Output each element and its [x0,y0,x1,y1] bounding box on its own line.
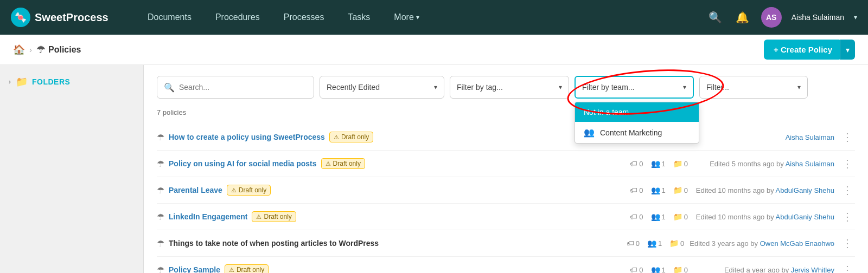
breadcrumb-current: ☂ Policies [36,44,81,56]
tags-meta: 🏷 0 [627,239,640,248]
policy-umbrella-icon: ☂ [157,238,164,249]
nav-tasks[interactable]: Tasks [336,0,382,35]
filter-tag-dropdown[interactable]: Filter by tag... ▾ [450,76,569,99]
policy-title-area: ☂ Parental Leave Draft only [157,185,624,196]
content-area: 🔍 Recently Edited ▾ Filter by tag... ▾ F… [144,65,868,273]
members-meta: 👥 1 [651,265,666,273]
edit-user-link[interactable]: AbdulGaniy Shehu [776,213,834,221]
edit-user-link[interactable]: Aisha Sulaiman [786,160,834,168]
logo-area[interactable]: 🍬 SweetProcess [11,8,119,27]
members-icon: 👥 [647,239,656,248]
filter-bar: 🔍 Recently Edited ▾ Filter by tag... ▾ F… [157,76,855,99]
policy-umbrella-icon: ☂ [157,185,164,196]
filter-team-arrow: ▾ [683,83,686,91]
folders-label[interactable]: › 📁 FOLDERS [9,76,135,88]
recently-edited-dropdown[interactable]: Recently Edited ▾ [320,76,444,99]
team-option-not-in-team[interactable]: Not in a team [575,102,699,122]
user-name[interactable]: Aisha Sulaiman [792,13,844,22]
edit-text: Edited 10 months ago by [696,213,776,221]
policy-title[interactable]: Parental Leave [169,186,222,194]
top-navigation: 🍬 SweetProcess Documents Procedures Proc… [0,0,868,35]
folders-meta: 📁 0 [673,186,688,194]
draft-badge: Draft only [252,211,296,222]
policy-title-area: ☂ Policy Sample Draft only [157,264,624,273]
policy-title[interactable]: Policy on using AI for social media post… [169,159,317,168]
notifications-icon-button[interactable]: 🔔 [734,9,751,26]
policy-title-area: ☂ Policy on using AI for social media po… [157,158,624,169]
search-icon: 🔍 [164,82,175,93]
edit-user-link[interactable]: AbdulGaniy Shehu [776,186,834,194]
search-box[interactable]: 🔍 [157,76,314,99]
edit-text: Edited 10 months ago by [696,186,776,194]
table-row: ☂ Policy Sample Draft only 🏷 0 👥 1 📁 [157,257,855,273]
tag-icon: 🏷 [627,239,634,248]
nav-documents[interactable]: Documents [136,0,203,35]
edit-user-link[interactable]: Jervis Whitley [791,266,834,274]
filter-tag-arrow: ▾ [559,83,562,91]
draft-badge: Draft only [227,185,271,196]
tag-icon: 🏷 [630,212,637,221]
folders-count: 0 [684,213,688,221]
members-meta: 👥 1 [651,159,666,168]
search-icon-button[interactable]: 🔍 [707,9,724,26]
tag-icon: 🏷 [630,159,637,168]
more-options-button[interactable]: ⋮ [840,237,855,250]
folders-icon: 📁 [673,159,682,168]
policy-title[interactable]: Policy Sample [169,265,220,273]
team-dropdown-popup: Not in a team 👥 Content Marketing [575,102,699,144]
nav-processes[interactable]: Processes [272,0,336,35]
members-meta: 👥 1 [647,239,662,248]
not-in-team-label: Not in a team [584,108,629,116]
main-layout: › 📁 FOLDERS 🔍 Recently Edited ▾ Filter b… [0,65,868,273]
create-policy-arrow-button[interactable]: ▾ [840,40,855,60]
table-row: ☂ Things to take note of when posting ar… [157,230,855,257]
more-options-button[interactable]: ⋮ [840,157,855,170]
policy-meta: 🏷 0 👥 1 📁 0 [630,159,688,168]
user-menu-chevron[interactable]: ▾ [854,14,857,21]
table-row: ☂ Policy on using AI for social media po… [157,151,855,177]
create-button-group: + Create Policy ▾ [764,40,855,60]
policy-meta: 🏷 0 👥 1 📁 0 [627,239,685,248]
policy-title[interactable]: LinkedIn Engagement [169,212,247,221]
breadcrumb: 🏠 › ☂ Policies [13,44,81,56]
members-icon: 👥 [651,186,660,194]
more-options-button[interactable]: ⋮ [840,263,855,273]
edit-user-link[interactable]: Owen McGab Enaohwo [760,239,834,248]
folders-meta: 📁 0 [673,159,688,168]
tags-meta: 🏷 0 [630,212,643,221]
policies-icon: ☂ [36,44,45,56]
recently-edited-arrow: ▾ [434,83,437,91]
edit-info: Edited 10 months ago by AbdulGaniy Shehu [693,213,834,221]
policy-title[interactable]: Things to take note of when posting arti… [169,239,379,248]
filter-last-dropdown[interactable]: Filter... ▾ [699,76,808,99]
team-icon-content-marketing: 👥 [584,127,595,138]
folders-icon: 📁 [673,212,682,221]
edit-text: Edited a year ago by [724,266,791,274]
team-option-content-marketing[interactable]: 👥 Content Marketing [575,122,699,143]
create-policy-button[interactable]: + Create Policy [764,40,842,60]
filter-team-dropdown[interactable]: Filter by team... ▾ [575,76,694,99]
more-options-button[interactable]: ⋮ [840,131,855,144]
members-meta: 👥 1 [651,212,666,221]
nav-more[interactable]: More [382,0,431,35]
folders-meta: 📁 0 [673,265,688,273]
folder-icon: 📁 [16,76,28,88]
folders-icon: 📁 [673,186,682,194]
more-options-button[interactable]: ⋮ [840,210,855,223]
search-input[interactable] [179,83,307,92]
more-options-button[interactable]: ⋮ [840,184,855,197]
policy-count: 7 policies [157,108,855,116]
brand-name: SweetProcess [35,11,108,24]
nav-right: 🔍 🔔 AS Aisha Sulaiman ▾ [707,7,857,28]
edit-user-link[interactable]: Aisha Sulaiman [786,133,834,141]
policy-title[interactable]: How to create a policy using SweetProces… [169,133,325,141]
table-row: ☂ LinkedIn Engagement Draft only 🏷 0 👥 1… [157,204,855,230]
members-icon: 👥 [651,265,660,273]
members-icon: 👥 [651,159,660,168]
members-count: 1 [658,239,662,248]
user-avatar[interactable]: AS [761,7,782,28]
tags-count: 0 [639,160,643,168]
nav-procedures[interactable]: Procedures [203,0,272,35]
filter-last-label: Filter... [706,83,792,92]
home-icon[interactable]: 🏠 [13,44,25,56]
